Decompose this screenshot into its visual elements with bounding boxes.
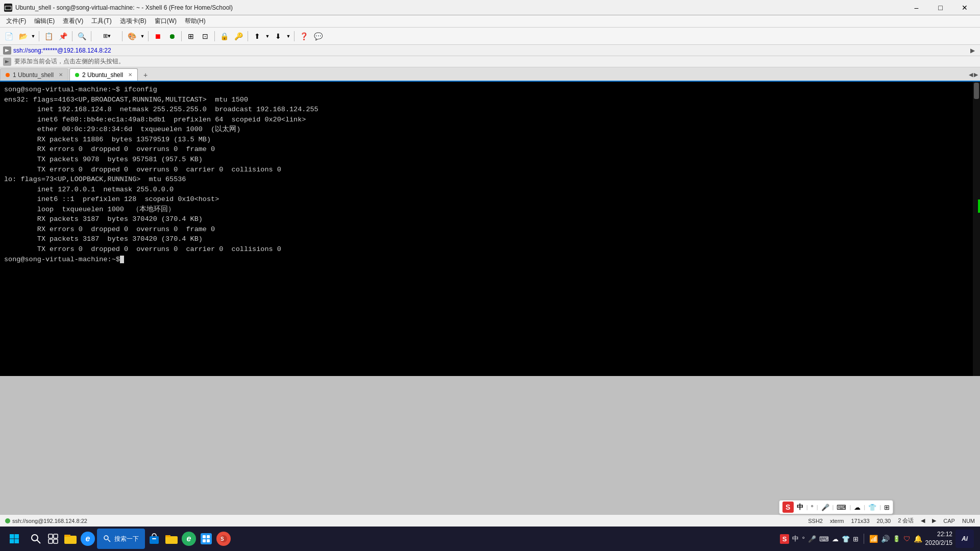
tray-antivirus[interactable]: 🛡 (903, 535, 911, 543)
status-nav-right[interactable]: ▶ (932, 517, 936, 524)
file-explorer-icon[interactable] (62, 531, 79, 547)
sougou-sep2: | (817, 504, 818, 510)
search-taskbar-icon[interactable] (28, 531, 44, 547)
tray-notification[interactable]: 🔔 (914, 535, 922, 543)
toolbar-tile[interactable]: ⊞ (184, 30, 198, 43)
terminal-cursor (120, 256, 124, 263)
store-icon[interactable] (146, 531, 162, 547)
tab-scroll-left[interactable]: ◀ (969, 71, 973, 78)
toolbar-help[interactable]: ❓ (297, 30, 310, 43)
toolbar-sep5 (148, 31, 149, 41)
toolbar-download[interactable]: ⬇ (272, 30, 285, 43)
toolbar-sep1 (39, 31, 39, 41)
tab-scroll-right[interactable]: ▶ (974, 71, 978, 78)
svg-rect-16 (64, 535, 70, 537)
svg-rect-22 (165, 535, 170, 537)
toolbar-layout[interactable]: ⊡ (199, 30, 212, 43)
menu-edit[interactable]: 编辑(E) (30, 16, 59, 27)
ime-mic[interactable]: 🎤 (808, 535, 816, 543)
tray-volume[interactable]: 🔊 (881, 535, 890, 543)
ime-dot[interactable]: ° (802, 535, 804, 543)
sougou-sep1: | (806, 504, 808, 510)
sougou-cloud[interactable]: ☁ (854, 504, 861, 511)
menu-tools[interactable]: 工具(T) (87, 16, 115, 27)
sougou-mic[interactable]: 🎤 (821, 504, 829, 511)
ie-green-icon[interactable]: e (181, 531, 197, 547)
scrollbar-thumb[interactable] (974, 83, 979, 99)
maximize-button[interactable]: □ (929, 1, 952, 15)
ime-shirt[interactable]: 👕 (842, 535, 850, 543)
toolbar-chat[interactable]: 💬 (311, 30, 325, 43)
start-button[interactable] (2, 529, 27, 549)
toolbar-lock[interactable]: 🔒 (217, 30, 231, 43)
blue-app-icon[interactable] (198, 531, 214, 547)
ime-zh-label[interactable]: 中 (792, 534, 799, 543)
toolbar-download-dropdown[interactable]: ▼ (285, 30, 291, 43)
terminal-line: inet6 fe80::bb4e:ec1a:49a8:bdb1 prefixle… (4, 115, 969, 125)
toolbar-color[interactable]: 🎨 (125, 30, 138, 43)
red-app-icon[interactable]: S (215, 531, 232, 547)
sougou-keyboard[interactable]: ⌨ (837, 504, 846, 511)
terminal-scrollbar[interactable] (973, 82, 980, 376)
toolbar-copy[interactable]: 📋 (42, 30, 55, 43)
menu-help[interactable]: 帮助(H) (181, 16, 210, 27)
toolbar-find[interactable]: 🔍 (75, 30, 88, 43)
ime-grid[interactable]: ⊞ (853, 535, 859, 543)
session-scroll-right[interactable]: ▶ (968, 46, 977, 55)
task-view-icon[interactable] (45, 531, 61, 547)
sougou-zh[interactable]: 中 (797, 503, 803, 512)
ime-cloud[interactable]: ☁ (832, 535, 839, 543)
menu-file[interactable]: 文件(F) (2, 16, 30, 27)
tray-battery[interactable]: 🔋 (893, 535, 900, 542)
toolbar-session[interactable]: ⊞▾ (94, 30, 119, 43)
ime-keyboard[interactable]: ⌨ (819, 535, 829, 543)
clock[interactable]: 22:12 2020/2/15 (925, 530, 952, 547)
terminal-prompt-line: song@song-virtual-machine:~$ (4, 255, 969, 265)
tab-close-2[interactable]: ✕ (128, 72, 132, 78)
folder2-icon[interactable] (163, 531, 180, 547)
svg-point-17 (104, 536, 108, 540)
tray-network[interactable]: 📶 (869, 535, 878, 543)
tab-ubuntu-shell-1[interactable]: 1 Ubuntu_shell ✕ (0, 68, 68, 81)
sougou-shirt[interactable]: 👕 (868, 504, 876, 511)
tab-ubuntu-shell-2[interactable]: 2 Ubuntu_shell ✕ (69, 68, 138, 81)
tab-add-button[interactable]: + (140, 69, 151, 81)
red-app-inner: S (219, 534, 228, 543)
terminal-line: ether 00:0c:29:c8:34:6d txqueuelen 1000 … (4, 124, 969, 135)
taskbar-right: S 中 ° 🎤 ⌨ ☁ 👕 ⊞ 📶 🔊 🔋 🛡 🔔 22:12 2020/2/1… (780, 530, 978, 548)
sougou-dot[interactable]: ° (811, 504, 814, 511)
svg-rect-11 (48, 534, 53, 538)
toolbar-key[interactable]: 🔑 (232, 30, 245, 43)
search-app-button[interactable]: 搜索一下 (97, 529, 145, 549)
close-button[interactable]: ✕ (953, 1, 976, 15)
sougou-taskbar-icon[interactable]: S (780, 534, 790, 544)
minimize-button[interactable]: – (905, 1, 928, 15)
arrow-icon (5, 59, 10, 64)
toolbar-paste[interactable]: 📌 (56, 30, 69, 43)
terminal-line: RX errors 0 dropped 0 overruns 0 frame 0 (4, 144, 969, 155)
svg-marker-4 (5, 60, 9, 63)
tab-close-1[interactable]: ✕ (59, 72, 63, 78)
terminal-line: TX errors 0 dropped 0 overruns 0 carrier… (4, 244, 969, 255)
status-nav-left[interactable]: ◀ (921, 517, 925, 524)
sougou-grid[interactable]: ⊞ (884, 504, 890, 511)
toolbar-color-dropdown[interactable]: ▼ (139, 30, 145, 43)
toolbar-stop[interactable]: ⏹ (151, 30, 164, 43)
toolbar-new[interactable]: 📄 (2, 30, 15, 43)
menu-view[interactable]: 查看(V) (59, 16, 87, 27)
toolbar-upload-dropdown[interactable]: ▼ (264, 30, 271, 43)
menu-tabs[interactable]: 选项卡(B) (116, 16, 151, 27)
terminal-line: inet 192.168.124.8 netmask 255.255.255.0… (4, 105, 969, 115)
toolbar-record[interactable]: ⏺ (165, 30, 179, 43)
toolbar-open-dropdown[interactable]: ▼ (30, 30, 36, 43)
svg-rect-25 (207, 535, 210, 538)
windows-logo-icon (9, 534, 19, 544)
search-app-label: 搜索一下 (114, 535, 139, 543)
svg-rect-15 (64, 536, 77, 544)
toolbar-open[interactable]: 📂 (16, 30, 30, 43)
terminal[interactable]: song@song-virtual-machine:~$ ifconfigens… (0, 82, 973, 376)
menu-window[interactable]: 窗口(W) (151, 16, 181, 27)
ai-button[interactable]: Ai (955, 530, 974, 548)
ie-icon[interactable]: e (80, 531, 96, 547)
toolbar-upload[interactable]: ⬆ (251, 30, 264, 43)
